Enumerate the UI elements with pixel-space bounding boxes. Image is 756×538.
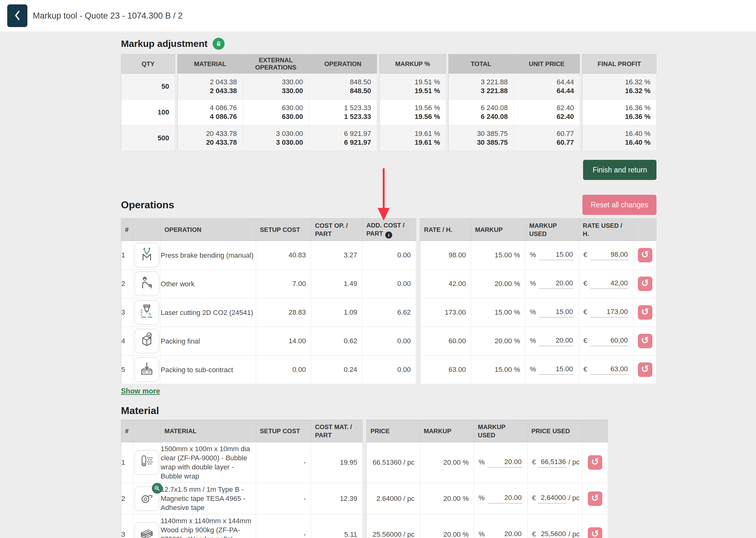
col-num: # bbox=[121, 420, 133, 442]
adjustment-row-100: 100 4 086.764 086.76 630.00630.00 1 523.… bbox=[121, 99, 657, 125]
col-add-cost-part: ADD. COST / PARTi bbox=[362, 218, 416, 241]
markup-used-input[interactable] bbox=[488, 530, 522, 538]
col-price-used: PRICE USED bbox=[528, 420, 583, 442]
material-table: # MATERIAL SETUP COST COST MAT. / PART P… bbox=[121, 420, 657, 538]
reset-all-changes-button[interactable]: Reset all changes bbox=[583, 195, 657, 215]
rate-used-input[interactable] bbox=[590, 308, 628, 317]
reset-row-button[interactable]: ↺ bbox=[638, 334, 652, 348]
operation-row: 4 Packing final 14.00 0.62 0.00 60.00 20… bbox=[121, 327, 657, 355]
col-external: EXTERNAL OPERATIONS bbox=[243, 54, 309, 74]
price-used-input[interactable] bbox=[538, 494, 566, 504]
laser-cutting-icon: CO2 bbox=[139, 303, 155, 322]
press-brake-bending-icon bbox=[139, 246, 155, 264]
col-setup-cost: SETUP COST bbox=[256, 218, 311, 241]
col-markup: MARKUP bbox=[420, 420, 474, 442]
operation-thumbnail-button[interactable]: CO2 bbox=[135, 300, 159, 325]
markup-used-input[interactable] bbox=[539, 336, 574, 346]
operation-thumbnail-button[interactable] bbox=[135, 243, 159, 267]
reset-row-button[interactable]: ↺ bbox=[588, 527, 602, 538]
undo-icon: ↺ bbox=[641, 307, 649, 316]
markup-used-input[interactable] bbox=[488, 458, 522, 467]
markup-used-input[interactable] bbox=[488, 494, 522, 504]
operation-thumbnail-button[interactable] bbox=[135, 272, 159, 296]
col-icon bbox=[133, 420, 160, 442]
col-setup-cost: SETUP COST bbox=[256, 420, 311, 442]
col-final-profit: FINAL PROFIT bbox=[582, 54, 657, 74]
top-bar: Markup tool - Quote 23 - 1074.300 B / 2 bbox=[0, 0, 756, 31]
markup-adjustment-table: QTY MATERIAL EXTERNAL OPERATIONS OPERATI… bbox=[121, 54, 657, 151]
col-qty: QTY bbox=[121, 54, 175, 74]
svg-text:2: 2 bbox=[141, 313, 142, 316]
operation-row: 2 Other work 7.00 1.49 0.00 42.00 20.00 … bbox=[121, 270, 657, 298]
markup-used-input[interactable] bbox=[539, 365, 574, 375]
reset-row-button[interactable]: ↺ bbox=[638, 305, 652, 320]
reset-row-button[interactable]: ↺ bbox=[588, 491, 602, 506]
adhesive-tape-icon bbox=[139, 490, 155, 508]
rate-used-input[interactable] bbox=[590, 250, 628, 260]
operation-thumbnail-button[interactable] bbox=[135, 329, 159, 353]
undo-icon: ↺ bbox=[591, 529, 599, 538]
col-operation: OPERATION bbox=[160, 218, 256, 241]
operations-heading: Operations bbox=[121, 199, 174, 211]
col-unit-price: UNIT PRICE bbox=[514, 54, 580, 74]
other-work-icon bbox=[139, 275, 155, 293]
material-thumbnail-button[interactable] bbox=[135, 486, 159, 511]
markup-adjustment-heading: Markup adjustment bbox=[121, 38, 208, 49]
rate-used-input[interactable] bbox=[590, 279, 628, 289]
show-more-link[interactable]: Show more bbox=[121, 387, 160, 396]
lock-icon bbox=[213, 38, 224, 50]
col-actions bbox=[634, 218, 657, 241]
col-markup-used: MARKUP USED bbox=[474, 420, 528, 442]
back-chevron-icon bbox=[13, 9, 22, 22]
col-icon bbox=[133, 218, 160, 241]
col-num: # bbox=[121, 218, 133, 241]
rate-used-input[interactable] bbox=[590, 365, 628, 375]
markup-used-input[interactable] bbox=[539, 250, 574, 260]
packing-to-sub-contract-icon bbox=[139, 360, 155, 379]
col-markup-used: MARKUP USED bbox=[526, 218, 579, 241]
material-thumbnail-button[interactable] bbox=[135, 450, 159, 475]
reset-row-button[interactable]: ↺ bbox=[588, 455, 602, 470]
operation-row: 5 Packing to sub-contract 0.00 0.24 0.00… bbox=[121, 355, 657, 384]
undo-icon: ↺ bbox=[641, 364, 649, 374]
finish-and-return-button[interactable]: Finish and return bbox=[583, 160, 657, 180]
page-title: Markup tool - Quote 23 - 1074.300 B / 2 bbox=[33, 0, 183, 31]
material-row: 1 1500mm x 100m x 10mm dia clear (ZF-PA-… bbox=[121, 442, 657, 483]
rate-used-input[interactable] bbox=[590, 336, 628, 346]
price-used-input[interactable] bbox=[538, 458, 566, 467]
reset-row-button[interactable]: ↺ bbox=[638, 277, 652, 291]
wooden-pallet-icon bbox=[139, 525, 155, 538]
adjustment-row-500: 500 20 433.7820 433.78 3 030.003 030.00 … bbox=[121, 125, 657, 151]
qty-value: 100 bbox=[121, 99, 175, 125]
adjustment-row-50: 50 2 043.382 043.38 330.00330.00 848.508… bbox=[121, 74, 657, 99]
markup-used-input[interactable] bbox=[539, 279, 574, 289]
markup-used-input[interactable] bbox=[539, 308, 574, 317]
col-cost-mat-part: COST MAT. / PART bbox=[311, 420, 362, 442]
price-used-input[interactable] bbox=[538, 530, 566, 538]
reset-row-button[interactable]: ↺ bbox=[638, 248, 652, 262]
back-button[interactable] bbox=[7, 4, 28, 27]
col-total: TOTAL bbox=[448, 54, 514, 74]
operation-row: 3 CO2 Laser cutting 2D CO2 (24541) 28.83… bbox=[121, 298, 657, 327]
undo-icon: ↺ bbox=[641, 250, 649, 259]
undo-icon: ↺ bbox=[591, 457, 599, 466]
material-row: 2 12.7x1.5 mm / 1m Type B - Magnetic tap… bbox=[121, 483, 657, 514]
operations-table: # OPERATION SETUP COST COST OP. / PART A… bbox=[121, 218, 657, 384]
col-material: MATERIAL bbox=[160, 420, 256, 442]
material-row: 3 1140mm x 1140mm x 144mm Wood chip 900k… bbox=[121, 514, 657, 538]
col-operation: OPERATION bbox=[309, 54, 377, 74]
material-thumbnail-button[interactable] bbox=[135, 522, 159, 538]
undo-icon: ↺ bbox=[641, 278, 649, 288]
info-icon[interactable]: i bbox=[385, 232, 392, 239]
qty-value: 500 bbox=[121, 125, 175, 151]
col-markup: MARKUP % bbox=[379, 54, 446, 74]
bubble-wrap-icon bbox=[139, 454, 155, 472]
col-material: MATERIAL bbox=[177, 54, 243, 74]
zoom-in-badge-icon bbox=[152, 483, 162, 494]
operation-thumbnail-button[interactable] bbox=[135, 357, 159, 382]
material-heading: Material bbox=[121, 405, 657, 416]
operation-row: 1 Press brake bending (manual) 40.83 3.2… bbox=[121, 241, 657, 270]
reset-row-button[interactable]: ↺ bbox=[638, 362, 652, 377]
col-rate-h: RATE / H. bbox=[420, 218, 471, 241]
undo-icon: ↺ bbox=[591, 493, 599, 503]
